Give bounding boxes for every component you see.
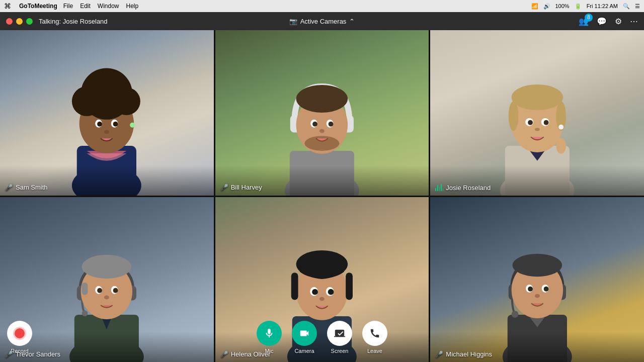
svg-point-21 [296,85,348,113]
title-actions: 👥 8 💬 ⚙ ⋯ [579,17,638,26]
mic-indicator-helena: 🎤 [220,350,228,358]
svg-point-22 [304,136,339,151]
participant-name-helena: Helena Oliver [231,350,271,358]
leave-label: Leave [367,348,382,354]
mac-menubar: ⌘ GoToMeeting File Edit Window Help 📶 🔊 … [0,0,644,12]
menu-file[interactable]: File [63,3,73,10]
screen-svg-icon [334,328,345,339]
leave-button[interactable]: Leave [362,321,387,354]
svg-point-51 [82,255,132,279]
svg-point-34 [511,84,562,110]
cell-name-trevor: 🎤 Trevor Sanders [5,350,60,358]
participant-count: 8 [585,14,593,22]
maximize-button[interactable] [26,18,33,25]
menu-extras: ☰ [635,3,640,10]
svg-point-73 [511,311,518,318]
video-cell-michael-higgins: 🎤 Michael Higgins [430,197,644,363]
active-cameras-control[interactable]: 📷 Active Cameras ⌃ [289,18,355,25]
participant-name-michael: Michael Higgins [446,350,492,358]
wave-bar-2 [437,185,438,191]
video-cell-bill-harvey: 🎤 Bill Harvey [215,30,429,196]
title-bar: Talking: Josie Roseland 📷 Active Cameras… [0,12,644,30]
svg-point-68 [328,289,334,295]
wifi-icon: 📶 [531,3,538,10]
participant-name-josie: Josie Roseland [446,184,491,192]
record-dot-icon [15,328,25,338]
screen-button[interactable]: Screen [327,321,352,354]
mic-svg-icon [264,328,275,339]
menu-edit[interactable]: Edit [80,3,91,10]
app-name: GoToMeeting [19,3,57,10]
svg-point-7 [86,79,108,101]
svg-point-42 [535,128,540,131]
meeting-toolbar: Mic Camera Screen [257,321,387,354]
svg-rect-63 [346,273,353,300]
mic-indicator-michael: 🎤 [435,350,443,358]
cell-name-michael: 🎤 Michael Higgins [435,350,492,358]
active-cameras-label: Active Cameras [300,18,347,25]
svg-point-40 [528,120,533,125]
settings-button[interactable]: ⚙ [615,17,622,26]
wave-bar-3 [439,187,440,191]
leave-button-circle [362,321,387,346]
svg-point-8 [106,79,127,101]
svg-point-77 [512,254,562,277]
cell-name-sam: 🎤 Sam Smith [5,184,48,192]
svg-point-57 [104,296,109,300]
record-circle [7,321,32,346]
participant-name-bill: Bill Harvey [231,184,262,191]
mic-button[interactable]: Mic [257,321,282,354]
svg-point-80 [528,287,533,292]
svg-point-41 [543,120,548,125]
chevron-icon: ⌃ [349,18,355,25]
svg-point-55 [98,288,103,293]
spotlight-icon: 🔍 [623,3,630,10]
svg-point-82 [535,294,540,298]
svg-point-14 [104,130,109,134]
menu-window[interactable]: Window [98,3,119,10]
camera-icon: 📷 [289,18,297,25]
svg-point-9 [130,123,135,128]
talking-label: Talking: Josie Roseland [39,18,108,25]
record-button[interactable]: Record [7,321,32,354]
svg-point-69 [319,297,325,301]
wave-bar-1 [435,188,436,191]
svg-point-67 [312,289,318,295]
window-controls [6,18,33,25]
mic-icon-michael: 🎤 [435,350,443,358]
screen-label: Screen [331,348,349,354]
svg-point-43 [556,138,566,154]
video-cell-helena-oliver: Mic Camera Screen [215,197,429,363]
svg-point-56 [113,288,118,293]
minimize-button[interactable] [16,18,23,25]
video-cell-sam-smith: 🎤 Sam Smith [0,30,214,196]
camera-svg-icon [299,328,310,339]
svg-point-47 [82,311,88,317]
chat-button[interactable]: 💬 [597,17,607,26]
mic-button-circle [257,321,282,346]
mic-indicator-bill: 🎤 [220,184,228,192]
svg-point-12 [98,122,103,127]
apple-icon: ⌘ [4,2,11,10]
svg-point-13 [113,122,118,127]
svg-point-81 [543,287,548,292]
datetime: Fri 11:22 AM [587,3,618,9]
close-button[interactable] [6,18,13,25]
participant-name-sam: Sam Smith [16,184,48,191]
participants-button[interactable]: 👥 8 [579,17,589,26]
menu-help[interactable]: Help [126,3,139,10]
mic-indicator-sam: 🎤 [5,184,13,192]
screen-button-circle [327,321,352,346]
wave-bar-5 [443,189,444,191]
cell-name-helena: 🎤 Helena Oliver [220,350,271,358]
participant-name-trevor: Trevor Sanders [16,350,60,358]
more-button[interactable]: ⋯ [630,17,638,26]
camera-label: Camera [294,348,314,354]
cell-name-josie: Josie Roseland [435,184,491,192]
battery-percent: 100% [555,3,570,9]
leave-svg-icon [369,328,380,339]
svg-rect-64 [291,273,298,300]
camera-button[interactable]: Camera [292,321,317,354]
svg-point-27 [319,129,325,133]
svg-rect-52 [82,283,88,295]
